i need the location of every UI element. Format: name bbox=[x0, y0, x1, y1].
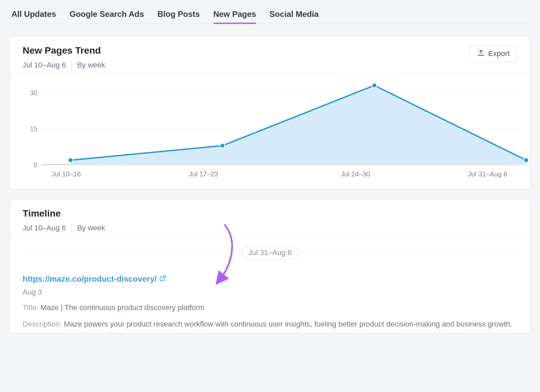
timeline-granularity: By week bbox=[77, 224, 105, 232]
timeline-entry-desc-line: Description: Maze powers your product re… bbox=[23, 318, 517, 330]
trend-card-title: New Pages Trend bbox=[23, 45, 105, 56]
chart-data-point[interactable] bbox=[220, 143, 225, 148]
trend-date-range: Jul 10–Aug 6 bbox=[23, 61, 66, 69]
external-link-icon bbox=[159, 274, 166, 284]
timeline-entry-title-line: Title: Maze | The continuous product dis… bbox=[23, 302, 517, 313]
tab-social-media[interactable]: Social Media bbox=[270, 8, 319, 24]
timeline-entry-date: Aug 3 bbox=[23, 288, 517, 297]
timeline-entry-desc-label: Description: bbox=[23, 320, 62, 328]
timeline-card: Timeline Jul 10–Aug 6 By week Jul 31–Aug… bbox=[10, 199, 530, 333]
timeline-entry-url-text: https://maze.co/product-discovery/ bbox=[23, 274, 157, 284]
tab-google-search-ads[interactable]: Google Search Ads bbox=[70, 8, 144, 24]
timeline-card-body: Jul 31–Aug 6 https://maze.co/product-dis… bbox=[10, 236, 530, 333]
divider bbox=[71, 61, 72, 69]
chart-data-point[interactable] bbox=[372, 83, 377, 88]
divider bbox=[71, 224, 72, 232]
export-button[interactable]: Export bbox=[469, 45, 517, 62]
trend-card-body: 01530 Jul 10–16Jul 17–23Jul 24–30Jul 31–… bbox=[10, 74, 530, 189]
tab-new-pages[interactable]: New Pages bbox=[213, 8, 256, 24]
timeline-entry-desc-text: Maze powers your product research workfl… bbox=[64, 320, 512, 328]
chart-data-point[interactable] bbox=[68, 158, 73, 163]
timeline-date-range: Jul 10–Aug 6 bbox=[23, 224, 66, 232]
timeline-group-chip: Jul 31–Aug 6 bbox=[241, 246, 299, 259]
chart-gridline bbox=[42, 165, 517, 165]
timeline-group-divider: Jul 31–Aug 6 bbox=[23, 252, 517, 253]
trend-card-header: New Pages Trend Jul 10–Aug 6 By week Exp… bbox=[10, 36, 530, 74]
x-tick-label: Jul 31–Aug 6 bbox=[468, 170, 507, 178]
chart-data-point[interactable] bbox=[524, 158, 529, 163]
timeline-entry-link[interactable]: https://maze.co/product-discovery/ bbox=[23, 274, 166, 284]
timeline-entry-title-text: Maze | The continuous product discovery … bbox=[40, 303, 205, 312]
x-tick-label: Jul 17–23 bbox=[189, 170, 218, 178]
timeline-entry-title-label: Title: bbox=[23, 303, 38, 312]
trend-granularity: By week bbox=[77, 61, 105, 69]
page-root: All Updates Google Search Ads Blog Posts… bbox=[0, 0, 540, 356]
x-tick-label: Jul 24–30 bbox=[341, 170, 370, 178]
export-icon bbox=[477, 49, 485, 58]
svg-line-1 bbox=[162, 276, 165, 279]
timeline-card-title: Timeline bbox=[23, 208, 105, 219]
chart-svg bbox=[60, 81, 536, 165]
y-tick-label: 15 bbox=[30, 125, 37, 133]
export-button-label: Export bbox=[488, 49, 510, 58]
x-tick-label: Jul 10–16 bbox=[52, 170, 81, 178]
y-tick-label: 0 bbox=[34, 161, 37, 169]
tab-all-updates[interactable]: All Updates bbox=[11, 8, 56, 24]
trend-card: New Pages Trend Jul 10–Aug 6 By week Exp… bbox=[10, 36, 530, 190]
chart-grid: 01530 bbox=[42, 81, 517, 165]
trend-card-subtitle: Jul 10–Aug 6 By week bbox=[23, 61, 105, 69]
y-tick-label: 30 bbox=[30, 89, 37, 96]
tabs-nav: All Updates Google Search Ads Blog Posts… bbox=[10, 8, 530, 24]
tab-blog-posts[interactable]: Blog Posts bbox=[158, 8, 200, 24]
timeline-card-subtitle: Jul 10–Aug 6 By week bbox=[23, 224, 105, 232]
chart-container: 01530 Jul 10–16Jul 17–23Jul 24–30Jul 31–… bbox=[10, 74, 530, 189]
timeline-card-header: Timeline Jul 10–Aug 6 By week bbox=[10, 199, 530, 236]
